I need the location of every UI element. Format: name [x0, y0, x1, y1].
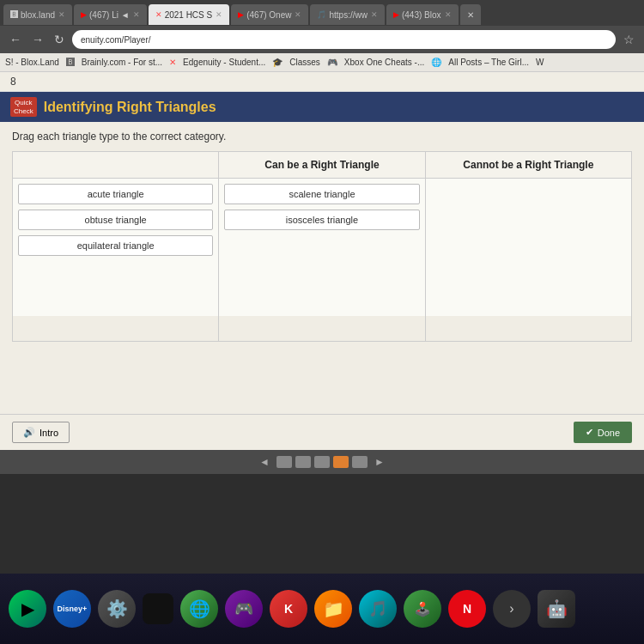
bookmark-bloxland[interactable]: S! - Blox.Land — [5, 58, 59, 67]
done-button[interactable]: ✔ Done — [574, 422, 632, 443]
quick-check-label: Quick Check — [10, 97, 37, 117]
drag-item-isosceles[interactable]: isosceles triangle — [224, 210, 419, 230]
source-column-items: acute triangle obtuse triangle equilater… — [13, 179, 218, 316]
nav-dot-5[interactable] — [352, 456, 368, 468]
taskbar-music-icon[interactable]: 🎵 — [359, 590, 397, 628]
source-column-header — [13, 152, 218, 179]
can-be-right-items: scalene triangle isosceles triangle — [219, 179, 424, 316]
taskbar-k-icon[interactable]: K — [270, 590, 307, 628]
drag-item-obtuse[interactable]: obtuse triangle — [18, 210, 213, 230]
nav-dot-2[interactable] — [295, 456, 311, 468]
tab-close-btn[interactable]: ✕ — [460, 4, 481, 25]
page-number: 8 — [0, 72, 644, 92]
taskbar-twitch-icon[interactable]: 🎮 — [225, 590, 263, 628]
bookmark-w[interactable]: W — [536, 58, 544, 67]
tab-youtube2[interactable]: ▶ (467) Onew ✕ — [231, 4, 308, 25]
instructions: Drag each triangle type to the correct c… — [12, 131, 632, 143]
taskbar-game-icon[interactable]: 🕹️ — [404, 590, 441, 628]
nav-dot-1[interactable] — [276, 456, 292, 468]
drag-area: acute triangle obtuse triangle equilater… — [12, 151, 632, 342]
address-input[interactable] — [72, 30, 616, 49]
bookmarks-bar: S! - Blox.Land 🅱 Brainly.com - For st...… — [0, 53, 644, 72]
refresh-button[interactable]: ↻ — [52, 33, 67, 46]
tab-bar: 🅱 blox.land ✕ ▶ (467) Li ◄ ✕ ✕ 2021 HCS … — [0, 0, 644, 26]
can-be-right-header: Can be a Right Triangle — [219, 152, 424, 179]
bookmark-edgenuity[interactable]: Edgenuity - Student... — [183, 58, 265, 67]
address-bar: ← → ↻ ☆ — [0, 26, 644, 53]
speaker-icon: 🔊 — [23, 427, 35, 438]
checkmark-icon: ✔ — [586, 427, 593, 438]
taskbar-black-icon[interactable] — [143, 593, 173, 624]
taskbar: ▶ Disney+ ⚙️ 🌐 🎮 K 📁 🎵 🕹️ N › 🤖 — [0, 574, 644, 644]
browser-chrome: 🅱 blox.land ✕ ▶ (467) Li ◄ ✕ ✕ 2021 HCS … — [0, 0, 644, 53]
nav-dots: ◄ ► — [0, 450, 644, 474]
taskbar-browser-icon[interactable]: 🌐 — [180, 590, 218, 628]
nav-dot-4-active[interactable] — [333, 456, 349, 468]
drag-item-equilateral[interactable]: equilateral triangle — [18, 235, 213, 256]
taskbar-folder-icon[interactable]: 📁 — [314, 590, 352, 628]
can-be-right-triangle-column: Can be a Right Triangle scalene triangle… — [219, 152, 425, 341]
drag-item-acute[interactable]: acute triangle — [18, 184, 213, 204]
prev-arrow[interactable]: ◄ — [256, 456, 273, 468]
tab-youtube1[interactable]: ▶ (467) Li ◄ ✕ — [74, 4, 147, 25]
cannot-be-right-items — [426, 179, 631, 316]
bookmark-xbox[interactable]: Xbox One Cheats -... — [344, 58, 424, 67]
cannot-be-right-header: Cannot be a Right Triangle — [426, 152, 631, 179]
bookmark-brainly[interactable]: Brainly.com - For st... — [82, 58, 162, 67]
tab-tiktok[interactable]: 🎵 https://ww ✕ — [310, 4, 384, 25]
intro-button[interactable]: 🔊 Intro — [12, 422, 70, 443]
source-column: acute triangle obtuse triangle equilater… — [13, 152, 219, 341]
forward-button[interactable]: → — [29, 33, 46, 46]
drag-item-scalene[interactable]: scalene triangle — [224, 184, 419, 204]
next-arrow[interactable]: ► — [371, 456, 388, 468]
bottom-bar: 🔊 Intro ✔ Done — [0, 414, 644, 450]
page-content: Drag each triangle type to the correct c… — [0, 122, 644, 414]
taskbar-more-icon[interactable]: › — [493, 590, 531, 628]
page-title: Identifying Right Triangles — [44, 100, 216, 115]
taskbar-android-icon[interactable]: 🤖 — [538, 590, 575, 628]
tab-youtube3[interactable]: ▶ (443) Blox ✕ — [386, 4, 459, 25]
taskbar-disney-icon[interactable]: Disney+ — [53, 590, 91, 628]
nav-dot-3[interactable] — [314, 456, 330, 468]
bookmark-classes[interactable]: Classes — [289, 58, 320, 67]
drag-section: Drag each triangle type to the correct c… — [0, 122, 644, 350]
page-header: Quick Check Identifying Right Triangles — [0, 92, 644, 122]
cannot-be-right-triangle-column: Cannot be a Right Triangle — [426, 152, 631, 341]
back-button[interactable]: ← — [7, 33, 24, 46]
tab-hcs-active[interactable]: ✕ 2021 HCS S ✕ — [149, 4, 230, 25]
taskbar-netflix-icon[interactable]: N — [448, 590, 486, 628]
bookmark-button[interactable]: ☆ — [621, 33, 637, 46]
taskbar-play-icon[interactable]: ▶ — [9, 590, 46, 628]
tab-bloxland[interactable]: 🅱 blox.land ✕ — [3, 4, 72, 25]
bookmark-allposts[interactable]: All Posts – The Girl... — [448, 58, 529, 67]
taskbar-settings-icon[interactable]: ⚙️ — [98, 590, 136, 628]
